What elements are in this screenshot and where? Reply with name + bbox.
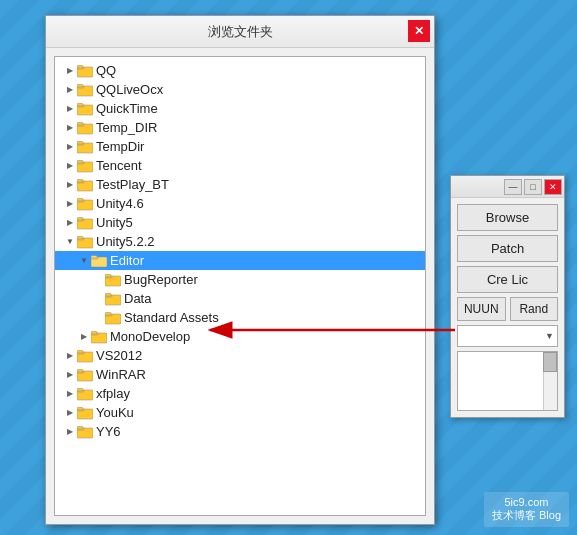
utility-scrollbar-thumb[interactable] xyxy=(543,352,557,372)
tree-item-qqliveocx[interactable]: ▶ QQLiveOcx xyxy=(55,80,425,99)
tree-item-label: QQLiveOcx xyxy=(96,82,163,97)
browse-button[interactable]: Browse xyxy=(457,204,558,231)
tree-item-editor[interactable]: ▼ Editor xyxy=(55,251,425,270)
expand-arrow-icon[interactable]: ▶ xyxy=(63,368,77,382)
folder-icon xyxy=(77,159,93,173)
file-browser-dialog: 浏览文件夹 ✕ ▶ QQ▶ QQLiveOcx▶ QuickTime▶ Temp… xyxy=(45,15,435,525)
expand-arrow-icon[interactable]: ▶ xyxy=(63,178,77,192)
folder-icon xyxy=(77,368,93,382)
tree-item-label: TempDir xyxy=(96,139,144,154)
svg-rect-11 xyxy=(77,122,83,125)
folder-icon xyxy=(77,235,93,249)
folder-icon xyxy=(77,216,93,230)
tree-item-label: Unity5.2.2 xyxy=(96,234,155,249)
svg-rect-2 xyxy=(77,65,83,68)
watermark-line1: 5ic9.com xyxy=(492,496,561,508)
tree-item-label: QuickTime xyxy=(96,101,158,116)
tree-item-winrar[interactable]: ▶ WinRAR xyxy=(55,365,425,384)
svg-rect-23 xyxy=(77,198,83,201)
tree-item-unity5.2.2[interactable]: ▼ Unity5.2.2 xyxy=(55,232,425,251)
dialog-titlebar: 浏览文件夹 ✕ xyxy=(46,16,434,48)
utility-panel: — □ ✕ Browse Patch Cre Lic NUUN Rand ▼ ▲ xyxy=(450,175,565,418)
expand-arrow-icon[interactable]: ▶ xyxy=(63,349,77,363)
expand-arrow-icon[interactable]: ▶ xyxy=(63,387,77,401)
svg-rect-38 xyxy=(105,293,111,296)
folder-icon xyxy=(77,102,93,116)
tree-item-label: Unity5 xyxy=(96,215,133,230)
tree-item-quicktime[interactable]: ▶ QuickTime xyxy=(55,99,425,118)
tree-item-label: Standard Assets xyxy=(124,310,219,325)
svg-rect-26 xyxy=(77,217,83,220)
tree-item-standardassets[interactable]: Standard Assets xyxy=(55,308,425,327)
dialog-close-button[interactable]: ✕ xyxy=(408,20,430,42)
utility-titlebar: — □ ✕ xyxy=(451,176,564,198)
svg-rect-29 xyxy=(77,236,83,239)
tree-item-yy6[interactable]: ▶ YY6 xyxy=(55,422,425,441)
folder-tree[interactable]: ▶ QQ▶ QQLiveOcx▶ QuickTime▶ Temp_DIR▶ Te… xyxy=(54,56,426,516)
maximize-button[interactable]: □ xyxy=(524,179,542,195)
tree-item-xfplay[interactable]: ▶ xfplay xyxy=(55,384,425,403)
folder-icon xyxy=(77,406,93,420)
expand-arrow-icon[interactable]: ▶ xyxy=(63,159,77,173)
rand-button[interactable]: Rand xyxy=(510,297,559,321)
expand-arrow-icon[interactable] xyxy=(91,292,105,306)
crelic-button[interactable]: Cre Lic xyxy=(457,266,558,293)
utility-scroll-area: ▲ xyxy=(457,351,558,411)
tree-item-label: VS2012 xyxy=(96,348,142,363)
tree-item-qq[interactable]: ▶ QQ xyxy=(55,61,425,80)
tree-item-label: Temp_DIR xyxy=(96,120,157,135)
svg-rect-41 xyxy=(105,312,111,315)
folder-icon xyxy=(91,330,107,344)
svg-rect-47 xyxy=(77,350,83,353)
expand-arrow-icon[interactable]: ▶ xyxy=(63,140,77,154)
folder-icon xyxy=(77,178,93,192)
folder-icon xyxy=(77,387,93,401)
expand-arrow-icon[interactable]: ▼ xyxy=(77,254,91,268)
nuun-rand-row: NUUN Rand xyxy=(457,297,558,321)
tree-item-youku[interactable]: ▶ YouKu xyxy=(55,403,425,422)
expand-arrow-icon[interactable]: ▶ xyxy=(63,83,77,97)
tree-item-tencent[interactable]: ▶ Tencent xyxy=(55,156,425,175)
minimize-button[interactable]: — xyxy=(504,179,522,195)
tree-item-monodevelop[interactable]: ▶ MonoDevelop xyxy=(55,327,425,346)
tree-item-bugreporter[interactable]: BugReporter xyxy=(55,270,425,289)
svg-rect-14 xyxy=(77,141,83,144)
utility-body: Browse Patch Cre Lic NUUN Rand ▼ ▲ xyxy=(451,198,564,417)
expand-arrow-icon[interactable]: ▶ xyxy=(63,216,77,230)
expand-arrow-icon[interactable]: ▶ xyxy=(63,197,77,211)
tree-item-unity4.6[interactable]: ▶ Unity4.6 xyxy=(55,194,425,213)
expand-arrow-icon[interactable] xyxy=(91,273,105,287)
utility-close-button[interactable]: ✕ xyxy=(544,179,562,195)
svg-rect-59 xyxy=(77,426,83,429)
expand-arrow-icon[interactable]: ▶ xyxy=(63,64,77,78)
tree-item-label: QQ xyxy=(96,63,116,78)
expand-arrow-icon[interactable]: ▶ xyxy=(63,102,77,116)
folder-icon xyxy=(91,254,107,268)
patch-button[interactable]: Patch xyxy=(457,235,558,262)
expand-arrow-icon[interactable]: ▶ xyxy=(63,406,77,420)
utility-scrollbar-track: ▲ xyxy=(543,352,557,410)
expand-arrow-icon[interactable]: ▶ xyxy=(63,425,77,439)
tree-item-label: BugReporter xyxy=(124,272,198,287)
tree-item-label: Data xyxy=(124,291,151,306)
expand-arrow-icon[interactable]: ▶ xyxy=(63,121,77,135)
folder-icon xyxy=(77,349,93,363)
expand-arrow-icon[interactable] xyxy=(91,311,105,325)
nuun-button[interactable]: NUUN xyxy=(457,297,506,321)
expand-arrow-icon[interactable]: ▼ xyxy=(63,235,77,249)
utility-dropdown[interactable] xyxy=(457,325,558,347)
dialog-title: 浏览文件夹 xyxy=(208,23,273,41)
tree-item-label: Tencent xyxy=(96,158,142,173)
watermark: 5ic9.com 技术博客 Blog xyxy=(484,492,569,527)
svg-rect-35 xyxy=(105,274,111,277)
tree-item-temp_dir[interactable]: ▶ Temp_DIR xyxy=(55,118,425,137)
tree-item-tempdir[interactable]: ▶ TempDir xyxy=(55,137,425,156)
tree-item-testplay_bt[interactable]: ▶ TestPlay_BT xyxy=(55,175,425,194)
folder-icon xyxy=(77,83,93,97)
tree-item-data[interactable]: Data xyxy=(55,289,425,308)
svg-rect-5 xyxy=(77,84,83,87)
svg-rect-44 xyxy=(91,331,97,334)
tree-item-vs2012[interactable]: ▶ VS2012 xyxy=(55,346,425,365)
expand-arrow-icon[interactable]: ▶ xyxy=(77,330,91,344)
tree-item-unity5[interactable]: ▶ Unity5 xyxy=(55,213,425,232)
